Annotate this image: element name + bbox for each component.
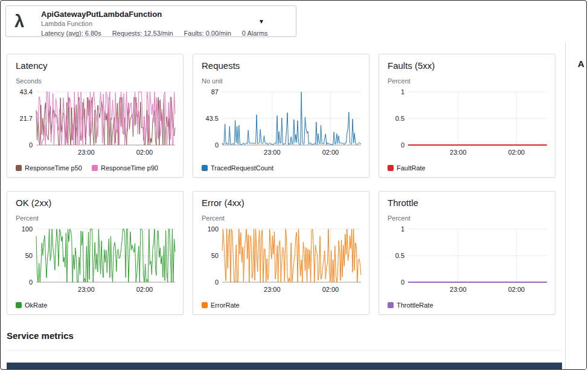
y-tick-label: 21.7 — [20, 115, 33, 122]
legend-swatch-icon — [202, 302, 208, 308]
legend-item-throttlerate[interactable]: ThrottleRate — [388, 302, 433, 309]
legend-item-okrate[interactable]: OkRate — [16, 302, 47, 309]
chart-card-faults-5xx[interactable]: Faults (5xx)Percent23:0002:0000.51FaultR… — [379, 54, 555, 178]
x-tick-label: 02:00 — [322, 286, 339, 293]
x-tick-label: 02:00 — [136, 149, 153, 156]
chart-plot-latency[interactable]: 23:0002:00021.743.4 — [12, 85, 179, 162]
chart-plot-faults-5xx[interactable]: 23:0002:0000.51 — [384, 85, 551, 162]
chart-plot-ok-2xx[interactable]: 23:0002:00050100 — [12, 222, 179, 299]
service-title: ApiGatewayPutLambdaFunction — [41, 10, 270, 19]
y-tick-label: 0 — [29, 141, 33, 149]
y-tick-label: 50 — [25, 252, 33, 259]
legend-item-responsetime-p50[interactable]: ResponseTime p50 — [16, 164, 82, 172]
legend-label: TracedRequestCount — [211, 164, 273, 172]
y-tick-label: 43.5 — [206, 115, 219, 122]
x-tick-label: 02:00 — [136, 286, 153, 293]
legend-swatch-icon — [16, 302, 22, 308]
legend-swatch-icon — [92, 165, 98, 171]
chart-plot-requests[interactable]: 23:0002:00043.587 — [198, 85, 365, 162]
y-tick-label: 0 — [29, 279, 33, 286]
y-tick-label: 100 — [22, 225, 33, 233]
y-tick-label: 0 — [401, 279, 404, 286]
legend-item-tracedrequestcount[interactable]: TracedRequestCount — [202, 164, 273, 172]
legend-item-responsetime-p90[interactable]: ResponseTime p90 — [92, 164, 158, 172]
chart-card-error-4xx[interactable]: Error (4xx)Percent23:0002:00050100ErrorR… — [193, 191, 369, 315]
stat-alarms: 0 Alarms — [242, 30, 268, 37]
y-tick-label: 1 — [401, 225, 404, 233]
chart-title: Throttle — [388, 198, 418, 208]
chart-legend: OkRate — [16, 302, 47, 309]
chart-legend: ErrorRate — [202, 302, 240, 309]
chart-unit-label: Percent — [388, 77, 411, 85]
y-tick-label: 0 — [215, 279, 219, 286]
y-tick-label: 43.4 — [20, 88, 33, 95]
y-tick-label: 1 — [401, 88, 404, 95]
chart-unit-label: Percent — [202, 215, 225, 222]
chart-title: Error (4xx) — [202, 198, 244, 208]
chart-plot-throttle[interactable]: 23:0002:0000.51 — [384, 222, 551, 299]
x-tick-label: 23:00 — [78, 149, 95, 156]
chart-card-requests[interactable]: RequestsNo unit23:0002:00043.587TracedRe… — [193, 54, 369, 178]
y-tick-label: 100 — [208, 225, 219, 233]
legend-swatch-icon — [388, 302, 394, 308]
section-divider — [7, 350, 562, 350]
chart-legend: FaultRate — [388, 164, 426, 172]
x-tick-label: 23:00 — [450, 286, 467, 293]
legend-swatch-icon — [16, 165, 22, 171]
x-tick-label: 23:00 — [264, 149, 281, 156]
y-tick-label: 87 — [211, 88, 219, 95]
chart-unit-label: Percent — [388, 215, 411, 222]
chart-title: Requests — [202, 60, 240, 71]
legend-label: OkRate — [25, 302, 47, 309]
x-tick-label: 02:00 — [508, 149, 525, 156]
chart-plot-error-4xx[interactable]: 23:0002:00050100 — [198, 222, 365, 299]
chart-card-latency[interactable]: LatencySeconds23:0002:00021.743.4Respons… — [7, 54, 184, 178]
chart-unit-label: Percent — [16, 215, 39, 222]
service-header-text: ApiGatewayPutLambdaFunction Lambda Funct… — [41, 10, 270, 37]
x-tick-label: 02:00 — [508, 286, 525, 293]
service-header-card[interactable]: λ ApiGatewayPutLambdaFunction Lambda Fun… — [5, 5, 296, 37]
legend-label: ResponseTime p50 — [25, 164, 82, 172]
legend-label: ErrorRate — [211, 302, 240, 309]
legend-label: FaultRate — [397, 164, 426, 172]
y-tick-label: 50 — [211, 252, 219, 259]
y-tick-label: 0.5 — [395, 115, 404, 122]
chevron-down-icon[interactable]: ▼ — [258, 18, 264, 25]
section-title-service-metrics: Service metrics — [7, 331, 74, 341]
y-tick-label: 0 — [215, 141, 219, 149]
chart-card-throttle[interactable]: ThrottlePercent23:0002:0000.51ThrottleRa… — [379, 191, 555, 315]
chart-card-ok-2xx[interactable]: OK (2xx)Percent23:0002:00050100OkRate — [7, 191, 184, 315]
x-tick-label: 23:00 — [450, 149, 467, 156]
x-tick-label: 23:00 — [264, 286, 281, 293]
right-rail-clipped-heading: A — [578, 59, 584, 69]
chart-title: Faults (5xx) — [388, 60, 435, 71]
stat-faults: Faults: 0.00/min — [184, 30, 231, 37]
legend-swatch-icon — [202, 165, 208, 171]
chart-unit-label: Seconds — [16, 77, 42, 85]
right-rail: A — [565, 43, 587, 370]
chart-unit-label: No unit — [202, 77, 223, 85]
y-tick-label: 0.5 — [395, 252, 404, 259]
service-type: Lambda Function — [41, 20, 270, 27]
y-tick-label: 0 — [401, 141, 404, 149]
legend-item-faultrate[interactable]: FaultRate — [388, 164, 426, 172]
legend-label: ThrottleRate — [397, 302, 433, 309]
legend-swatch-icon — [388, 165, 394, 171]
x-tick-label: 02:00 — [322, 149, 339, 156]
charts-grid: LatencySeconds23:0002:00021.743.4Respons… — [7, 54, 555, 315]
chart-title: Latency — [16, 60, 48, 71]
legend-item-errorrate[interactable]: ErrorRate — [202, 302, 240, 309]
chart-legend: ThrottleRate — [388, 302, 433, 309]
chart-legend: ResponseTime p50ResponseTime p90 — [16, 164, 158, 172]
x-tick-label: 23:00 — [78, 286, 95, 293]
lambda-icon: λ — [14, 10, 24, 32]
table-header-bar — [7, 363, 562, 370]
chart-legend: TracedRequestCount — [202, 164, 273, 172]
service-stats: Latency (avg): 6.80s Requests: 12.53/min… — [41, 30, 270, 37]
stat-requests: Requests: 12.53/min — [112, 30, 173, 37]
legend-label: ResponseTime p90 — [101, 164, 158, 172]
chart-title: OK (2xx) — [16, 198, 51, 208]
stat-latency: Latency (avg): 6.80s — [41, 30, 101, 37]
service-details-page: λ ApiGatewayPutLambdaFunction Lambda Fun… — [0, 0, 587, 370]
